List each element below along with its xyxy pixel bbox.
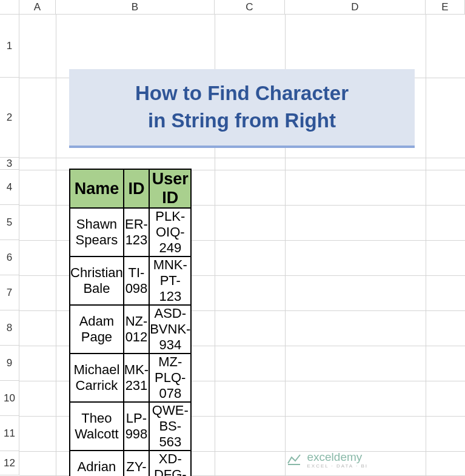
watermark-text: exceldemy EXCEL · DATA · BI [307, 451, 368, 469]
col-header-C[interactable]: C [215, 0, 285, 15]
row-header-10[interactable]: 10 [0, 381, 19, 416]
col-header-B[interactable]: B [56, 0, 215, 15]
col-header-A[interactable]: A [19, 0, 56, 15]
table-row: Adam PageNZ-012ASD-BVNK-934 [70, 305, 191, 354]
row-header-4[interactable]: 4 [0, 170, 19, 205]
row-headers: 123456789101112 [0, 15, 19, 475]
gridline-horizontal [19, 158, 465, 158]
col-header-corner[interactable] [0, 0, 19, 15]
row-header-11[interactable]: 11 [0, 416, 19, 451]
table-row: Adrian SanchezZY-189XD-DFG-011 [70, 451, 191, 476]
col-header-E[interactable]: E [426, 0, 465, 15]
cell-id[interactable]: TI-098 [124, 256, 149, 305]
cell-name[interactable]: Adrian Sanchez [70, 451, 124, 476]
header-id[interactable]: ID [124, 169, 149, 208]
row-header-1[interactable]: 1 [0, 15, 19, 78]
row-header-12[interactable]: 12 [0, 451, 19, 475]
row-header-3[interactable]: 3 [0, 158, 19, 170]
title-line1: How to Find Character [135, 80, 349, 107]
row-header-9[interactable]: 9 [0, 346, 19, 381]
cell-userid[interactable]: PLK-OIQ-249 [149, 208, 191, 256]
header-name[interactable]: Name [70, 169, 124, 208]
header-userid[interactable]: User ID [149, 169, 191, 208]
row-header-8[interactable]: 8 [0, 310, 19, 346]
data-table: Name ID User ID Shawn SpearsER-123PLK-OI… [69, 169, 192, 476]
cell-userid[interactable]: MZ-PLQ-078 [149, 354, 191, 402]
gridline-vertical [426, 15, 426, 476]
cell-id[interactable]: NZ-012 [124, 305, 149, 354]
cell-userid[interactable]: MNK-PT-123 [149, 256, 191, 305]
watermark: exceldemy EXCEL · DATA · BI [285, 451, 368, 469]
cell-userid[interactable]: QWE-BS-563 [149, 402, 191, 451]
table-row: Theo WalcottLP-998QWE-BS-563 [70, 402, 191, 451]
table-row: Michael CarrickMK-231MZ-PLQ-078 [70, 354, 191, 402]
table-row: Shawn SpearsER-123PLK-OIQ-249 [70, 208, 191, 256]
row-header-7[interactable]: 7 [0, 275, 19, 310]
table-header-row: Name ID User ID [70, 169, 191, 208]
row-header-5[interactable]: 5 [0, 205, 19, 240]
cell-name[interactable]: Michael Carrick [70, 354, 124, 402]
watermark-sub: EXCEL · DATA · BI [307, 464, 368, 469]
row-header-6[interactable]: 6 [0, 240, 19, 275]
cell-name[interactable]: Adam Page [70, 305, 124, 354]
column-headers: ABCDE [0, 0, 465, 15]
cell-name[interactable]: Theo Walcott [70, 402, 124, 451]
watermark-icon [285, 451, 303, 469]
cell-id[interactable]: ZY-189 [124, 451, 149, 476]
cell-id[interactable]: LP-998 [124, 402, 149, 451]
table-row: Christian BaleTI-098MNK-PT-123 [70, 256, 191, 305]
cell-userid[interactable]: ASD-BVNK-934 [149, 305, 191, 354]
row-header-2[interactable]: 2 [0, 78, 19, 158]
cell-userid[interactable]: XD-DFG-011 [149, 451, 191, 476]
cell-name[interactable]: Shawn Spears [70, 208, 124, 256]
title-box: How to Find Character in String from Rig… [69, 69, 415, 148]
watermark-main: exceldemy [307, 451, 368, 463]
gridline-vertical [56, 15, 56, 476]
cell-id[interactable]: ER-123 [124, 208, 149, 256]
cell-name[interactable]: Christian Bale [70, 256, 124, 305]
col-header-D[interactable]: D [285, 0, 426, 15]
cell-id[interactable]: MK-231 [124, 354, 149, 402]
title-line2: in String from Right [148, 107, 336, 135]
